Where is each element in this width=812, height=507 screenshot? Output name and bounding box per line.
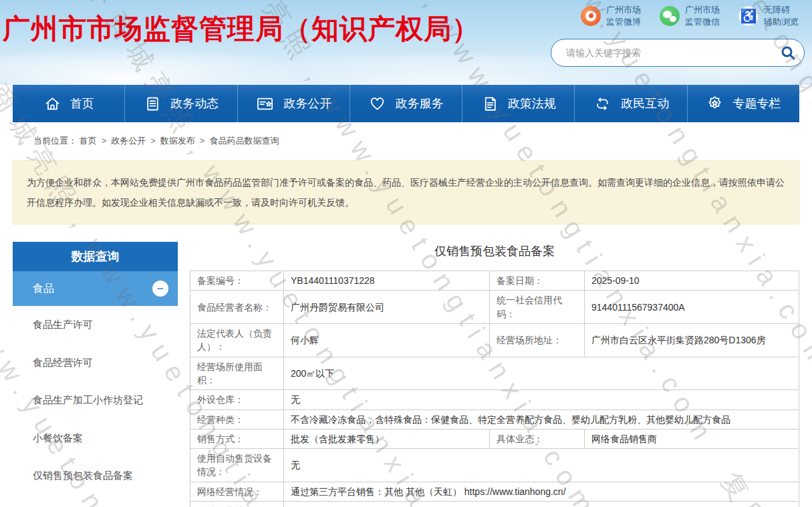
nav-item-news[interactable]: 政务动态 [124,85,237,122]
table-row: 备案编号：YB14401110371228备案日期：2025-09-10 [190,271,799,291]
sidebar-item-food-label: 食品 [33,282,54,296]
quicklink-weibo[interactable]: 广州市场监管微博 [581,4,641,27]
sidebar-item[interactable]: 仅销售预包装食品备案 [13,457,178,495]
breadcrumb-link[interactable]: 首页 [80,136,97,146]
field-label: 使用自动售货设备情况： [190,449,284,482]
field-label: 备案编号： [190,271,284,291]
nav-item-services[interactable]: 政务服务 [350,85,462,122]
table-row: 外设仓库：无 [190,390,799,409]
topics-icon [706,95,724,113]
nav-item-label: 首页 [70,96,94,112]
nav-item-label: 政务公开 [283,96,331,112]
nav-item-label: 政务服务 [395,96,443,112]
quicklink-label: 无障碍辅助浏览 [764,4,799,27]
search-input[interactable] [551,39,772,66]
breadcrumb-separator: > [102,136,107,146]
quicklink-accessibility[interactable]: ♿无障碍辅助浏览 [738,4,799,27]
field-label: 销售方式： [190,429,284,448]
nav-item-label: 政策法规 [508,96,556,112]
breadcrumb-prefix: 当前位置： [33,136,77,146]
table-row: 经营场所使用面积：200㎡以下 [190,357,799,390]
breadcrumb-separator: > [200,136,205,146]
nav-item-home[interactable]: 首页 [13,85,124,122]
field-value: 200㎡以下 [284,357,799,390]
nav-item-topics[interactable]: 专题专栏 [687,85,799,122]
field-label: 连锁经营情况： [190,502,284,507]
field-value: 不含冷藏冷冻食品，含特殊食品：保健食品、特定全营养配方食品、婴幼儿配方乳粉、其他… [284,409,799,429]
nav-item-label: 政民互动 [621,96,669,112]
search-bar [551,39,805,67]
record-title: 仅销售预包装食品备案 [190,243,799,259]
field-label: 外设仓库： [190,390,284,409]
sidebar-item[interactable]: 食品生产许可 [13,306,178,344]
field-label: 网络经营情况： [190,482,284,501]
table-row: 食品经营者名称：广州丹爵贸易有限公司统一社会信用代码：9144011156793… [190,291,799,324]
field-label: 经营场所地址： [490,324,585,357]
table-row: 经营种类：不含冷藏冷冻食品，含特殊食品：保健食品、特定全营养配方食品、婴幼儿配方… [190,409,799,429]
field-value: 无 [284,449,799,482]
field-value: 91440111567937400A [585,291,799,324]
field-value: 网络食品销售商 [585,429,799,448]
breadcrumb: 当前位置： 首页>政务公开>数据发布>食品药品数据查询 [0,122,812,155]
collapse-minus-icon[interactable]: − [152,281,168,297]
breadcrumb-link[interactable]: 食品药品数据查询 [209,136,279,146]
search-icon[interactable] [772,45,804,61]
home-icon [43,95,61,113]
record-table: 备案编号：YB14401110371228备案日期：2025-09-10食品经营… [190,271,799,507]
notice-box: 为方便企业和群众，本网站免费提供广州市食品药品监管部门准予许可或备案的食品、药品… [13,160,799,224]
field-value: 无 [284,502,799,507]
field-value: YB14401110371228 [284,271,490,291]
nav-item-label: 政务动态 [170,96,219,112]
sidebar-item[interactable]: 小餐饮备案 [13,419,178,458]
breadcrumb-items: 首页>政务公开>数据发布>食品药品数据查询 [80,136,279,146]
quicklink-label: 广州市场监管微信 [685,4,720,27]
sidebar-item[interactable]: 食品生产加工小作坊登记 [13,381,178,419]
nav-item-regulations[interactable]: 政策法规 [462,85,574,122]
sidebar-item[interactable]: 食品经营许可 [13,344,178,382]
field-label: 具体业态： [490,429,585,448]
field-value: 何小辉 [284,324,490,357]
main-content: 仅销售预包装食品备案 备案编号：YB14401110371228备案日期：202… [190,242,799,507]
table-row: 网络经营情况：通过第三方平台销售：其他 其他（天虹） https://www.t… [190,482,799,501]
main-nav: 首页政务动态政务公开政务服务政策法规政民互动专题专栏 [13,85,799,122]
site-title: 广州市市场监督管理局（知识产权局） [3,11,480,47]
sidebar-item[interactable]: 食品生产经营者自建食品交易网站备案 [13,495,178,507]
content-layout: 数据查询 食品 − 食品生产许可食品经营许可食品生产加工小作坊登记小餐饮备案仅销… [13,242,799,507]
field-value: 无 [284,390,799,409]
sidebar-item-food[interactable]: 食品 − [13,271,178,306]
field-value: 批发（含批发兼零售） [284,429,490,448]
interaction-icon [593,95,612,113]
table-row: 连锁经营情况：无 [190,502,799,507]
accessibility-icon: ♿ [738,6,759,26]
sidebar-title: 数据查询 [13,242,178,271]
table-row: 法定代表人（负责人）：何小辉经营场所地址：广州市白云区永平街集贤路280号D13… [190,324,799,357]
field-label: 经营场所使用面积： [190,357,284,390]
site-header: 广州市市场监督管理局（知识产权局） 广州市场监管微博广州市场监管微信♿无障碍辅助… [0,0,812,85]
quicklink-label: 广州市场监管微博 [606,4,641,27]
nav-item-interaction[interactable]: 政民互动 [574,85,686,122]
disclosure-icon [255,95,275,113]
sidebar: 数据查询 食品 − 食品生产许可食品经营许可食品生产加工小作坊登记小餐饮备案仅销… [13,242,178,507]
field-value: 广州丹爵贸易有限公司 [284,291,490,324]
table-row: 销售方式：批发（含批发兼零售）具体业态：网络食品销售商 [190,429,799,448]
field-label: 经营种类： [190,409,284,429]
field-value: 通过第三方平台销售：其他 其他（天虹） https://www.tianhong… [284,482,799,501]
weibo-icon [581,6,601,26]
field-label: 统一社会信用代码： [490,291,585,324]
nav-item-label: 专题专栏 [732,96,781,112]
breadcrumb-separator: > [150,136,156,146]
table-row: 使用自动售货设备情况：无 [190,449,799,482]
wechat-icon [660,6,680,26]
breadcrumb-link[interactable]: 政务公开 [111,136,146,146]
field-label: 食品经营者名称： [190,291,284,324]
services-icon [368,95,386,113]
sidebar-list: 食品生产许可食品经营许可食品生产加工小作坊登记小餐饮备案仅销售预包装食品备案食品… [13,306,178,507]
nav-item-disclosure[interactable]: 政务公开 [237,85,350,122]
regulations-icon [481,95,499,113]
field-label: 备案日期： [490,271,585,291]
breadcrumb-link[interactable]: 数据发布 [160,136,195,146]
quicklink-wechat[interactable]: 广州市场监管微信 [660,4,720,27]
field-value: 广州市白云区永平街集贤路280号D1306房 [585,324,799,357]
quick-links: 广州市场监管微博广州市场监管微信♿无障碍辅助浏览 [581,4,799,27]
field-label: 法定代表人（负责人）： [190,324,284,357]
